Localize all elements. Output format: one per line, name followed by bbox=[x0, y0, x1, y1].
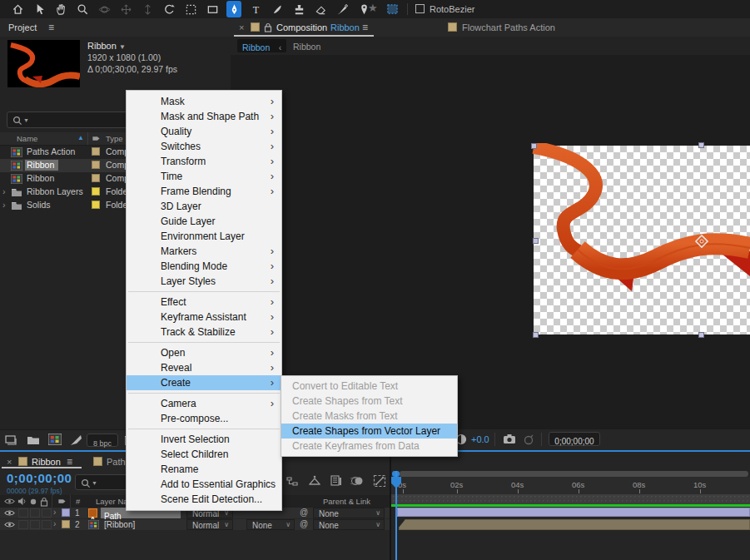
timeline-tab-ribbon[interactable]: Ribbon bbox=[32, 457, 61, 467]
menu-item-invert-selection[interactable]: Invert Selection bbox=[127, 432, 281, 447]
ribbon-artwork[interactable] bbox=[532, 143, 750, 336]
timeline-timecode[interactable]: 0;00;00;00 bbox=[7, 471, 72, 485]
clone-stamp-tool[interactable] bbox=[291, 1, 306, 17]
selection-handle[interactable] bbox=[698, 142, 704, 148]
parent-dropdown[interactable]: None∨ bbox=[313, 508, 385, 518]
viewer-timecode[interactable]: 0;00;00;00 bbox=[549, 432, 600, 446]
panel-menu-icon[interactable]: ≡ bbox=[67, 456, 72, 468]
panel-menu-icon[interactable]: ≡ bbox=[48, 22, 54, 33]
pen-tool[interactable] bbox=[226, 1, 241, 17]
menu-item-transform[interactable]: Transform› bbox=[127, 154, 281, 169]
menu-item-camera[interactable]: Camera› bbox=[127, 396, 281, 411]
camera-marquee-tool[interactable] bbox=[183, 1, 198, 17]
lock-icon[interactable] bbox=[40, 497, 48, 507]
timeline-navigator-bar[interactable] bbox=[400, 471, 748, 477]
menu-item-guide-layer[interactable]: Guide Layer bbox=[127, 214, 281, 229]
submenu-item-create-masks-from-text[interactable]: Create Masks from Text bbox=[281, 409, 457, 424]
new-composition-icon[interactable] bbox=[48, 434, 62, 445]
selection-tool[interactable] bbox=[32, 1, 47, 17]
show-snapshot-icon[interactable] bbox=[523, 434, 534, 445]
work-area-bar[interactable] bbox=[391, 494, 750, 504]
selection-handle[interactable] bbox=[533, 238, 539, 244]
hand-tool[interactable] bbox=[53, 1, 68, 17]
panel-menu-icon[interactable]: ≡ bbox=[362, 22, 368, 33]
menu-item-mask-and-shape-path[interactable]: Mask and Shape Path› bbox=[127, 109, 281, 124]
shape-tool[interactable] bbox=[205, 1, 220, 17]
type-tool[interactable]: T bbox=[248, 1, 263, 17]
comp-tab-word[interactable]: Composition bbox=[276, 22, 327, 32]
eye-icon[interactable] bbox=[4, 521, 15, 528]
close-tab-icon[interactable]: × bbox=[239, 22, 244, 32]
sort-asc-icon[interactable]: ▲ bbox=[77, 134, 84, 141]
menu-item-add-to-essential-graphics[interactable]: Add to Essential Graphics bbox=[127, 477, 281, 492]
menu-item-3d-layer[interactable]: 3D Layer bbox=[127, 199, 281, 214]
new-folder-icon[interactable] bbox=[27, 434, 40, 446]
menu-item-time[interactable]: Time› bbox=[127, 169, 281, 184]
eraser-tool[interactable] bbox=[313, 1, 328, 17]
motion-blur-icon[interactable] bbox=[350, 474, 364, 488]
lock-icon[interactable] bbox=[264, 22, 272, 32]
menu-item-track-stabilize[interactable]: Track & Stabilize› bbox=[127, 325, 281, 339]
eye-icon[interactable] bbox=[4, 498, 15, 505]
dolly-camera-tool[interactable] bbox=[140, 1, 155, 17]
switch-cell[interactable] bbox=[18, 508, 28, 518]
rotobezier-marquee-icon[interactable] bbox=[386, 3, 399, 15]
switch-cell[interactable] bbox=[30, 508, 40, 518]
expander-icon[interactable]: › bbox=[53, 508, 56, 517]
eye-icon[interactable] bbox=[4, 509, 15, 517]
layer-name[interactable]: [Ribbon] bbox=[104, 520, 135, 529]
menu-item-create[interactable]: Create› bbox=[127, 375, 281, 390]
switch-cell[interactable] bbox=[18, 520, 28, 529]
label-tag-icon[interactable] bbox=[57, 497, 67, 506]
label-color[interactable] bbox=[92, 147, 100, 156]
project-tab[interactable]: Project bbox=[8, 22, 37, 32]
layer-row[interactable]: › 2 [Ribbon] Normal∨ None∨ @ None∨ bbox=[0, 519, 390, 530]
submenu-item-create-shapes-from-text[interactable]: Create Shapes from Text bbox=[281, 394, 457, 409]
home-tool[interactable] bbox=[10, 1, 25, 17]
render-queue-icon[interactable] bbox=[70, 434, 82, 446]
exposure-value[interactable]: +0.0 bbox=[471, 434, 489, 444]
selection-handle[interactable] bbox=[531, 143, 537, 149]
menu-item-layer-styles[interactable]: Layer Styles› bbox=[127, 274, 281, 289]
label-color[interactable] bbox=[92, 187, 100, 196]
switch-cell[interactable] bbox=[42, 508, 52, 518]
menu-item-pre-compose[interactable]: Pre-compose... bbox=[127, 411, 281, 426]
solo-icon[interactable] bbox=[30, 498, 37, 505]
zoom-tool[interactable] bbox=[75, 1, 90, 17]
submenu-item-create-keyframes-from-data[interactable]: Create Keyframes from Data bbox=[281, 439, 457, 453]
menu-item-scene-edit-detection[interactable]: Scene Edit Detection... bbox=[127, 492, 281, 507]
trkmat-dropdown[interactable]: None∨ bbox=[246, 519, 295, 530]
column-index[interactable]: # bbox=[76, 497, 80, 506]
graph-editor-icon[interactable] bbox=[373, 474, 386, 488]
breadcrumb-parent[interactable]: Ribbon bbox=[293, 42, 320, 52]
layer-bar-ribbon[interactable] bbox=[399, 519, 750, 530]
rotobezier-checkbox[interactable] bbox=[415, 4, 425, 13]
column-parent-link[interactable]: Parent & Link bbox=[323, 497, 370, 506]
brush-tool[interactable] bbox=[270, 1, 285, 17]
expander-icon[interactable]: › bbox=[53, 519, 56, 528]
switch-cell[interactable] bbox=[30, 520, 40, 529]
menu-item-effect[interactable]: Effect› bbox=[127, 295, 281, 310]
comp-label-color[interactable] bbox=[251, 22, 260, 32]
frame-blending-icon[interactable] bbox=[308, 474, 321, 488]
menu-item-frame-blending[interactable]: Frame Blending› bbox=[127, 184, 281, 199]
breadcrumb-current[interactable]: Ribbon ‹ bbox=[237, 39, 286, 52]
pickwhip-icon[interactable]: @ bbox=[300, 519, 308, 528]
label-color[interactable] bbox=[92, 174, 100, 182]
label-color[interactable] bbox=[92, 161, 100, 169]
snapshot-camera-icon[interactable] bbox=[503, 434, 516, 444]
menu-item-rename[interactable]: Rename bbox=[127, 462, 281, 477]
project-item-name[interactable]: Ribbon ▼ bbox=[87, 41, 126, 51]
pan-camera-tool[interactable] bbox=[118, 1, 133, 17]
menu-item-markers[interactable]: Markers› bbox=[127, 244, 281, 259]
blend-mode-dropdown[interactable]: Normal∨ bbox=[186, 519, 233, 530]
bpc-button[interactable]: 8 bpc bbox=[87, 434, 118, 447]
audio-icon[interactable] bbox=[17, 497, 27, 506]
selection-handle[interactable] bbox=[533, 332, 539, 338]
menu-item-quality[interactable]: Quality› bbox=[127, 124, 281, 139]
menu-item-keyframe-assistant[interactable]: Keyframe Assistant› bbox=[127, 310, 281, 325]
submenu-item-create-shapes-from-vector-layer[interactable]: Create Shapes from Vector Layer bbox=[281, 424, 457, 439]
menu-item-switches[interactable]: Switches› bbox=[127, 139, 281, 154]
shy-layers-icon[interactable] bbox=[330, 474, 342, 488]
layer-color-swatch[interactable] bbox=[62, 508, 70, 517]
